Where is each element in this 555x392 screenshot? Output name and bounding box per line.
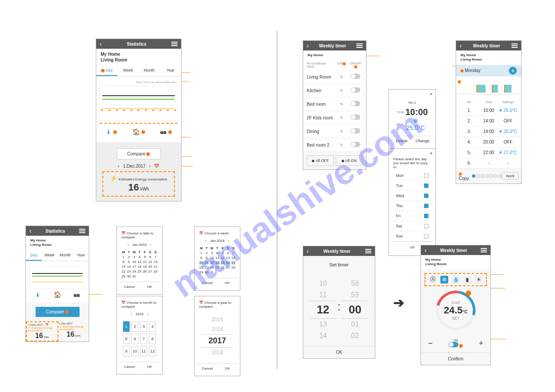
auto-mode-icon[interactable]: Ⓐ xyxy=(429,276,437,284)
ac-list: Air conditioner nameEditON/OFF Living Ro… xyxy=(303,60,366,152)
menu-icon[interactable] xyxy=(79,229,85,233)
day-checkbox[interactable] xyxy=(424,183,428,188)
tab-week[interactable]: Week xyxy=(117,65,138,76)
fan-mode-icon[interactable]: ▮ xyxy=(463,276,471,284)
all-off-button[interactable]: ◆ All OFF xyxy=(307,155,334,166)
cancel-button[interactable]: Cancel xyxy=(120,362,140,371)
time-picker[interactable]: 1011121314 : 5859000102 xyxy=(303,273,375,346)
power-toggle[interactable] xyxy=(351,101,360,106)
day-checkbox[interactable] xyxy=(424,234,428,238)
outdoor-icon[interactable]: 🏘 xyxy=(74,291,80,298)
tab-year[interactable]: Year xyxy=(73,250,89,261)
outdoor-icon[interactable]: 🏘 xyxy=(160,128,172,135)
schedule-row[interactable]: 3.18:00❄ 25.0°C xyxy=(456,126,521,137)
compare-button-active[interactable]: Compare xyxy=(36,307,80,317)
ok-button[interactable]: OK xyxy=(218,364,238,373)
month-next[interactable]: › xyxy=(150,243,152,247)
date-prev[interactable]: ‹ xyxy=(118,164,120,169)
schedule-row[interactable]: 4.20:00OFF xyxy=(456,137,521,147)
home-icon[interactable]: 🏠 xyxy=(132,128,145,135)
edit-icon[interactable]: ✎ xyxy=(335,102,349,107)
calendar-icon[interactable]: 📅 xyxy=(154,164,159,169)
apply-button[interactable]: Apply xyxy=(502,172,519,180)
current-date: 1.Dec.2017 xyxy=(123,164,145,169)
change-button[interactable]: Change xyxy=(412,136,433,146)
calendar-grid[interactable]: MTWTFSS 1234567 891011121314 15161718192… xyxy=(197,245,237,276)
timer-setpoint: ❄ 25.0°C xyxy=(403,117,428,131)
year-wheel[interactable]: 2015 2016 2017 2018 xyxy=(197,310,237,362)
ok-button[interactable]: OK xyxy=(218,278,238,288)
mode-selector: Ⓐ ❄ 💧 ▮ ☀ xyxy=(424,273,487,286)
temperature-dial[interactable]: Cool 24.5°C SET xyxy=(436,291,475,330)
ok-button[interactable]: OK xyxy=(140,362,160,371)
power-toggle[interactable] xyxy=(449,342,458,347)
date-next[interactable]: › xyxy=(149,164,150,169)
close-icon[interactable]: ✕ xyxy=(392,92,433,96)
chart-area: Note: This is an approximate value 🌡 🏠 🏘 xyxy=(96,76,181,142)
add-timer-button[interactable]: + xyxy=(509,67,517,75)
day-selector: Monday + xyxy=(456,65,521,76)
tab-year[interactable]: Year xyxy=(160,65,181,76)
tab-month[interactable]: Month xyxy=(58,250,73,261)
calendar-grid[interactable]: MTWTFSS 1234567 891011121314 15161718192… xyxy=(120,248,160,280)
ok-button[interactable]: OK xyxy=(303,346,375,358)
set-timer-label: Set timer xyxy=(303,256,375,273)
day-checkbox[interactable] xyxy=(424,173,428,178)
schedule-row[interactable]: 5.22:00❄ 27.0°C xyxy=(456,147,521,158)
home-icon[interactable]: 🏠 xyxy=(54,291,61,298)
schedule-row[interactable]: 6.-- xyxy=(456,158,521,169)
power-toggle[interactable] xyxy=(351,87,360,93)
tab-week[interactable]: Week xyxy=(42,250,58,261)
dry-mode-icon[interactable]: 💧 xyxy=(452,276,460,284)
close-icon[interactable]: ✕ xyxy=(392,151,433,155)
edit-icon[interactable]: ✎ xyxy=(335,88,349,93)
day-checkbox[interactable] xyxy=(424,214,428,218)
cancel-button[interactable]: Cancel xyxy=(120,282,140,291)
day-checkbox[interactable] xyxy=(424,194,428,198)
power-toggle[interactable] xyxy=(351,128,360,133)
chart-legend-icons: 🌡 🏠 🏘 xyxy=(98,125,179,139)
menu-icon[interactable] xyxy=(365,249,371,253)
tab-day[interactable]: Day xyxy=(26,250,42,261)
copy-days-popup: ✕ Please select the day you would like t… xyxy=(388,148,436,256)
compare-button[interactable]: Compare xyxy=(117,148,161,159)
weekly-timer-detail: ‹ Weekly timer My HomeLiving Room Monday… xyxy=(456,40,522,184)
day-checkbox[interactable] xyxy=(424,224,428,228)
menu-icon[interactable] xyxy=(171,42,178,46)
month-prev[interactable]: ‹ xyxy=(127,243,129,247)
cool-mode-icon[interactable]: ❄ xyxy=(440,276,448,284)
power-toggle[interactable] xyxy=(351,74,360,79)
menu-icon[interactable] xyxy=(356,43,363,48)
thermometer-icon[interactable]: 🌡 xyxy=(35,291,41,298)
timer-number: No.1 xyxy=(396,101,428,104)
confirm-button[interactable]: Confirm xyxy=(421,352,490,365)
schedule-row[interactable]: 1.10:00❄ 25.0°C xyxy=(456,105,521,116)
tab-month[interactable]: Month xyxy=(139,65,160,76)
heat-mode-icon[interactable]: ☀ xyxy=(475,276,482,284)
power-toggle[interactable] xyxy=(351,142,360,147)
edit-icon[interactable]: ✎ xyxy=(335,143,349,147)
edit-icon[interactable]: ✎ xyxy=(335,75,349,79)
day-timeline xyxy=(456,76,521,99)
thermometer-icon[interactable]: 🌡 xyxy=(105,128,117,135)
temp-down-button[interactable]: − xyxy=(428,339,433,348)
cancel-button[interactable]: Cancel xyxy=(197,364,218,373)
day-checkbox[interactable] xyxy=(424,204,428,208)
edit-icon[interactable]: ✎ xyxy=(335,115,349,120)
delete-button[interactable]: Delete xyxy=(392,136,412,146)
ok-button[interactable]: OK xyxy=(140,282,160,291)
temp-up-button[interactable]: + xyxy=(479,339,483,348)
energy-value: 16 xyxy=(128,182,139,193)
power-toggle[interactable] xyxy=(351,115,360,120)
menu-icon[interactable] xyxy=(481,248,487,252)
schedule-row[interactable]: 2.14:00OFF xyxy=(456,116,521,126)
all-on-button[interactable]: ◆ All ON xyxy=(336,155,363,166)
date-picker-popup: 📅 Choose a date to compare ‹Jan.2018› MT… xyxy=(116,227,163,295)
chart-hourly-dots xyxy=(98,109,179,113)
edit-icon[interactable]: ✎ xyxy=(335,129,349,134)
month-grid[interactable]: 1 2 3 4 5 6 7 8 9 10 11 12 xyxy=(120,318,160,360)
tab-day[interactable]: Day xyxy=(96,65,117,76)
copy-day-dots[interactable] xyxy=(472,174,502,178)
menu-icon[interactable] xyxy=(511,43,518,48)
cancel-button[interactable]: Cancel xyxy=(197,278,218,288)
